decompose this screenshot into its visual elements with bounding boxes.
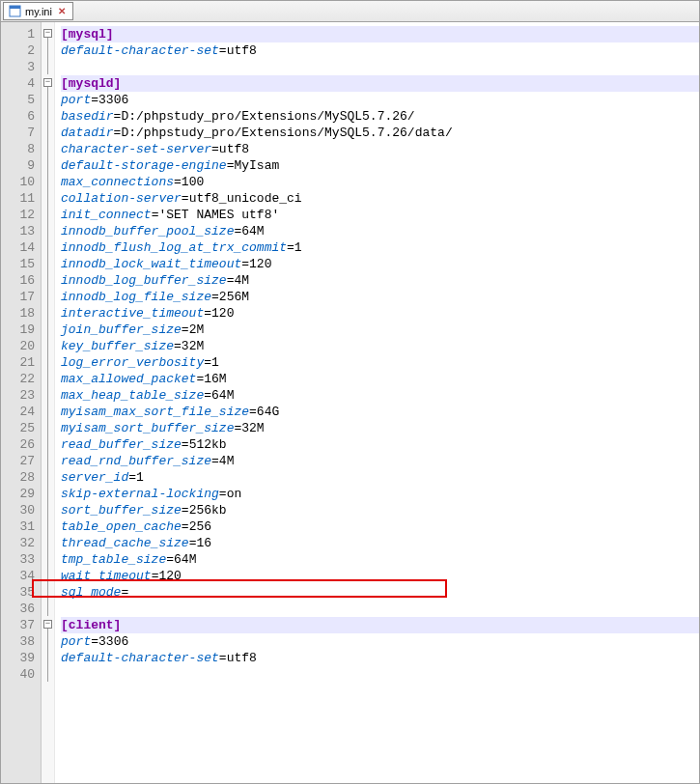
equals-operator: =	[211, 453, 219, 469]
code-line[interactable]: max_allowed_packet=16M	[61, 371, 699, 387]
line-number: 38	[11, 633, 35, 650]
ini-key: key_buffer_size	[61, 338, 174, 354]
ini-key: read_buffer_size	[61, 436, 182, 453]
equals-operator: =	[182, 322, 189, 338]
code-line[interactable]	[61, 59, 699, 75]
ini-key: sql_mode	[61, 584, 121, 601]
code-line[interactable]: port=3306	[61, 92, 699, 108]
ini-value: D:/phpstudy_pro/Extensions/MySQL5.7.26/d…	[121, 125, 452, 141]
line-number: 18	[11, 305, 35, 322]
equals-operator: =	[219, 486, 227, 502]
fold-toggle[interactable]: −	[43, 78, 52, 87]
code-line[interactable]: myisam_sort_buffer_size=32M	[61, 420, 699, 436]
fold-column: −−−	[42, 22, 55, 783]
line-number: 11	[11, 190, 35, 207]
equals-operator: =	[182, 502, 189, 518]
ini-value: 1	[136, 469, 144, 486]
line-number: 21	[11, 354, 35, 371]
code-line[interactable]: log_error_verbosity=1	[61, 354, 699, 371]
equals-operator: =	[152, 568, 159, 584]
code-line[interactable]: sort_buffer_size=256kb	[61, 502, 699, 518]
code-line[interactable]: server_id=1	[61, 469, 699, 486]
code-line[interactable]: [mysqld]	[61, 75, 699, 92]
code-line[interactable]: table_open_cache=256	[61, 518, 699, 535]
line-number: 19	[11, 322, 35, 338]
code-line[interactable]: datadir=D:/phpstudy_pro/Extensions/MySQL…	[61, 125, 699, 141]
code-line[interactable]: thread_cache_size=16	[61, 535, 699, 551]
equals-operator: =	[204, 354, 211, 371]
fold-toggle[interactable]: −	[43, 620, 52, 629]
code-line[interactable]: tmp_table_size=64M	[61, 551, 699, 568]
code-line[interactable]: character-set-server=utf8	[61, 141, 699, 157]
line-number: 17	[11, 289, 35, 305]
code-line[interactable]: sql_mode=	[61, 584, 699, 601]
ini-value: 1	[294, 239, 302, 256]
line-number: 14	[11, 239, 35, 256]
code-line[interactable]: max_connections=100	[61, 174, 699, 190]
ini-key: port	[61, 633, 91, 650]
line-number: 2	[11, 42, 35, 59]
ini-key: sort_buffer_size	[61, 502, 182, 518]
equals-operator: =	[211, 141, 219, 157]
line-number: 39	[11, 650, 35, 666]
ini-key: myisam_sort_buffer_size	[61, 420, 234, 436]
code-line[interactable]: default-character-set=utf8	[61, 650, 699, 666]
code-line[interactable]: [client]	[61, 617, 699, 633]
close-icon[interactable]: ✕	[56, 6, 68, 16]
line-number: 9	[11, 157, 35, 174]
code-line[interactable]: default-storage-engine=MyIsam	[61, 157, 699, 174]
code-area[interactable]: 1234567891011121314151617181920212223242…	[1, 22, 699, 783]
code-line[interactable]	[61, 666, 699, 683]
code-line[interactable]: key_buffer_size=32M	[61, 338, 699, 354]
ini-value: 120	[211, 305, 234, 322]
code-line[interactable]: innodb_lock_wait_timeout=120	[61, 256, 699, 272]
ini-value: 3306	[98, 633, 128, 650]
code-line[interactable]: join_buffer_size=2M	[61, 322, 699, 338]
line-number: 3	[11, 59, 35, 75]
editor-window: my.ini ✕ 1234567891011121314151617181920…	[0, 0, 700, 784]
code-line[interactable]: myisam_max_sort_file_size=64G	[61, 404, 699, 420]
equals-operator: =	[91, 633, 98, 650]
line-number: 10	[11, 174, 35, 190]
ini-value: utf8	[227, 42, 257, 59]
equals-operator: =	[114, 125, 122, 141]
line-number: 6	[11, 108, 35, 125]
equals-operator: =	[234, 223, 241, 239]
code-line[interactable]: max_heap_table_size=64M	[61, 387, 699, 404]
code-line[interactable]: collation-server=utf8_unicode_ci	[61, 190, 699, 207]
code-line[interactable]: init_connect='SET NAMES utf8'	[61, 207, 699, 223]
code-line[interactable]: innodb_log_buffer_size=4M	[61, 272, 699, 289]
equals-operator: =	[204, 387, 211, 404]
code-line[interactable]: skip-external-locking=on	[61, 486, 699, 502]
code-line[interactable]: default-character-set=utf8	[61, 42, 699, 59]
code-line[interactable]: wait_timeout=120	[61, 568, 699, 584]
line-number: 31	[11, 518, 35, 535]
ini-value: 120	[158, 568, 181, 584]
ini-value: 3306	[98, 92, 128, 108]
file-tab[interactable]: my.ini ✕	[3, 2, 73, 20]
code-line[interactable]: innodb_buffer_pool_size=64M	[61, 223, 699, 239]
fold-toggle[interactable]: −	[43, 29, 52, 38]
equals-operator: =	[241, 256, 249, 272]
equals-operator: =	[182, 436, 189, 453]
ini-key: table_open_cache	[61, 518, 182, 535]
ini-value: 64G	[257, 404, 279, 420]
ini-value: 64M	[241, 223, 264, 239]
code-line[interactable]: innodb_log_file_size=256M	[61, 289, 699, 305]
code-line[interactable]: read_buffer_size=512kb	[61, 436, 699, 453]
ini-value: 64M	[174, 551, 196, 568]
code-line[interactable]: port=3306	[61, 633, 699, 650]
code-line[interactable]: [mysql]	[61, 26, 699, 42]
ini-key: basedir	[61, 108, 114, 125]
ini-value: 1	[211, 354, 219, 371]
code-line[interactable]: read_rnd_buffer_size=4M	[61, 453, 699, 469]
equals-operator: =	[227, 157, 235, 174]
code-line[interactable]: interactive_timeout=120	[61, 305, 699, 322]
code-line[interactable]	[61, 601, 699, 617]
equals-operator: =	[249, 404, 257, 420]
code-content[interactable]: [mysql]default-character-set=utf8[mysqld…	[55, 22, 699, 783]
equals-operator: =	[152, 207, 159, 223]
line-number: 28	[11, 469, 35, 486]
code-line[interactable]: basedir=D:/phpstudy_pro/Extensions/MySQL…	[61, 108, 699, 125]
code-line[interactable]: innodb_flush_log_at_trx_commit=1	[61, 239, 699, 256]
